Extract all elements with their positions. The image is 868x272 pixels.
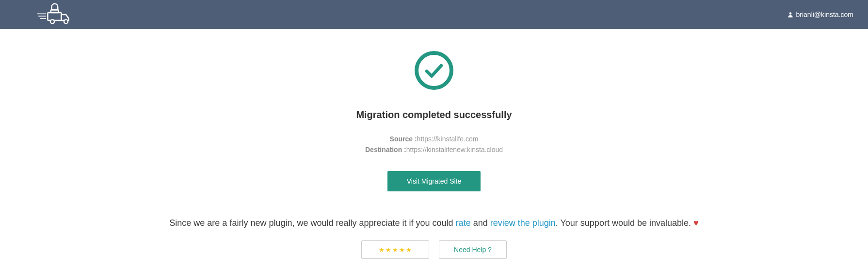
appreciation-text: Since we are a fairly new plugin, we wou… (169, 218, 698, 228)
star-icon: ★ (379, 246, 385, 254)
svg-rect-0 (48, 13, 61, 20)
svg-point-2 (64, 19, 68, 23)
source-row: Source :https://kinstalife.com (390, 135, 479, 143)
svg-point-7 (789, 12, 791, 15)
user-account[interactable]: brianli@kinsta.com (787, 11, 853, 18)
success-check-icon (415, 51, 453, 90)
rate-link[interactable]: rate (456, 218, 471, 228)
page-header: brianli@kinsta.com (0, 0, 868, 29)
visit-migrated-site-button[interactable]: Visit Migrated Site (387, 171, 481, 191)
svg-rect-3 (51, 10, 59, 13)
review-link[interactable]: review the plugin (490, 218, 556, 228)
star-icon: ★ (399, 246, 405, 254)
button-row: ★ ★ ★ ★ ★ Need Help ? (361, 240, 507, 259)
rate-stars-button[interactable]: ★ ★ ★ ★ ★ (361, 240, 429, 259)
need-help-button[interactable]: Need Help ? (439, 240, 507, 259)
logo[interactable] (15, 3, 76, 26)
text-segment: . Your support would be invaluable. (556, 218, 693, 228)
destination-label: Destination : (365, 146, 406, 153)
star-icon: ★ (386, 246, 391, 254)
destination-value: https://kinstalifenew.kinsta.cloud (406, 146, 503, 153)
stars-icon: ★ ★ ★ ★ ★ (379, 246, 412, 254)
heart-icon: ♥ (693, 218, 699, 228)
star-icon: ★ (406, 246, 412, 254)
source-label: Source : (390, 135, 417, 143)
user-icon (787, 11, 794, 18)
text-segment: and (471, 218, 490, 228)
svg-point-1 (50, 19, 54, 23)
user-email: brianli@kinsta.com (796, 11, 853, 18)
text-segment: Since we are a fairly new plugin, we wou… (169, 218, 455, 228)
destination-row: Destination :https://kinstalifenew.kinst… (365, 146, 503, 153)
page-title: Migration completed successfully (356, 109, 512, 120)
star-icon: ★ (392, 246, 398, 254)
source-value: https://kinstalife.com (417, 135, 479, 143)
main-content: Migration completed successfully Source … (0, 29, 868, 259)
